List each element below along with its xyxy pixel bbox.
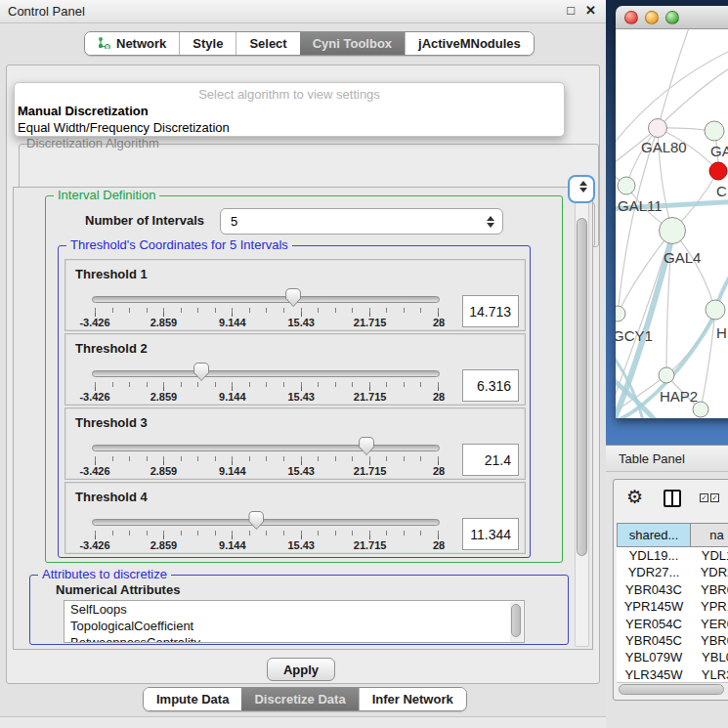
table-horizontal-scrollbar-thumb[interactable] <box>619 684 724 695</box>
split-columns-icon[interactable] <box>664 490 681 507</box>
attributes-group-title: Attributes to discretize <box>38 567 171 581</box>
threshold-value-field[interactable] <box>462 518 519 550</box>
number-of-intervals-combobox[interactable]: 5 <box>220 208 503 235</box>
slider[interactable] <box>95 363 439 384</box>
algorithm-combobox[interactable] <box>568 175 595 203</box>
slider-thumb[interactable] <box>359 437 374 455</box>
table-row[interactable]: YDL19... YDL1 <box>617 547 728 564</box>
network-icon <box>98 36 110 52</box>
bottom-tab-bar: Impute Data Discretize Data Infer Networ… <box>143 687 467 711</box>
number-of-intervals-label: Number of Intervals <box>85 213 204 228</box>
thresholds-group-title: Threshold's Coordinates for 5 Intervals <box>66 237 292 252</box>
table-row[interactable]: YBR043C YBR0 <box>617 581 728 598</box>
tab-impute-data-label: Impute Data <box>156 692 229 707</box>
node-label: GAL80 <box>641 139 687 155</box>
tab-style[interactable]: Style <box>179 32 236 55</box>
close-traffic-light-icon[interactable] <box>624 11 638 24</box>
panel-title: Control Panel <box>8 4 85 19</box>
threshold-value-field[interactable] <box>462 295 519 327</box>
minimize-traffic-light-icon[interactable] <box>645 11 659 24</box>
combo-spinner-icon <box>487 216 494 228</box>
tab-cyni-toolbox[interactable]: Cyni Toolbox <box>300 32 405 55</box>
node-label: GA <box>710 143 728 159</box>
table-row[interactable]: YLR345W YLR3 <box>617 666 728 682</box>
number-of-intervals-value: 5 <box>231 214 237 229</box>
thresholds-group: Threshold's Coordinates for 5 Intervals … <box>58 245 531 558</box>
network-view-window[interactable]: GAL80 GA C GAL11 GAL4 GCY1 H HAP2 <box>616 6 728 418</box>
interval-definition-group: Interval Definition Number of Intervals … <box>45 195 563 563</box>
tab-network[interactable]: Network <box>85 32 179 55</box>
tab-select[interactable]: Select <box>236 32 299 55</box>
settings-scroll-panel: Interval Definition Number of Intervals … <box>13 187 593 650</box>
threshold-label: Threshold 3 <box>75 415 148 430</box>
list-item[interactable]: SelfLoops <box>64 601 524 618</box>
list-item[interactable]: TopologicalCoefficient <box>64 618 524 634</box>
threshold-value-field[interactable] <box>462 369 519 402</box>
gear-icon[interactable]: ⚙ <box>626 488 643 507</box>
list-item[interactable]: BetweennessCentrality <box>64 634 524 643</box>
column-header[interactable]: na <box>691 523 728 547</box>
slider-thumb[interactable] <box>193 363 209 381</box>
close-icon[interactable]: ✕ <box>585 3 596 18</box>
list-scrollbar[interactable] <box>510 602 523 643</box>
threshold-value-field[interactable] <box>462 444 519 476</box>
slider-thumb[interactable] <box>285 288 301 307</box>
panel-scrollbar-thumb[interactable] <box>577 218 587 556</box>
numerical-attributes-label: Numerical Attributes <box>56 582 180 597</box>
slider-tick-labels: -3.426 2.859 9.144 15.43 21.715 28 <box>95 539 439 551</box>
checkbox-icon: ✓ <box>710 493 719 502</box>
tab-infer-network[interactable]: Infer Network <box>359 688 466 710</box>
tab-cyni-toolbox-label: Cyni Toolbox <box>313 36 392 51</box>
screen: Control Panel □ ✕ Network Styl <box>0 0 728 728</box>
node-label: C <box>716 183 727 199</box>
combo-arrows-icon <box>579 181 587 193</box>
tab-impute-data[interactable]: Impute Data <box>144 688 241 710</box>
node-hap2 <box>659 367 674 383</box>
node-table[interactable]: shared... na YDL19... YDL1 YDR27... YDR2… <box>617 523 728 682</box>
node-label: GCY1 <box>616 327 653 344</box>
slider[interactable] <box>95 288 439 310</box>
threshold-row: Threshold 2 -3.426 2.859 9.144 <box>64 333 526 406</box>
tab-jactivemnodules[interactable]: jActiveMNodules <box>405 32 534 55</box>
node-label: GAL11 <box>618 197 663 214</box>
table-toolbar: ⚙ ✓ ✓ <box>614 480 728 521</box>
threshold-row: Threshold 3 -3.426 2.859 9.144 <box>64 407 526 480</box>
table-panel-header: Table Panel <box>606 445 728 472</box>
node-gal4 <box>660 218 686 244</box>
attributes-group: Attributes to discretize Numerical Attri… <box>29 575 569 645</box>
table-row[interactable]: YER054C YER0 <box>617 616 728 632</box>
tab-style-label: Style <box>193 36 223 51</box>
node-label: GAL4 <box>664 249 701 266</box>
column-header[interactable]: shared... <box>617 523 691 547</box>
table-row[interactable]: YPR145W YPR1 <box>617 598 728 615</box>
control-panel: Control Panel □ ✕ Network Styl <box>0 0 606 728</box>
slider-thumb[interactable] <box>248 511 264 530</box>
dropdown-prompt: Select algorithm to view settings <box>15 87 564 102</box>
table-horizontal-scrollbar[interactable] <box>617 682 728 696</box>
network-window-titlebar[interactable] <box>616 6 728 29</box>
tab-discretize-data[interactable]: Discretize Data <box>241 688 358 710</box>
apply-button[interactable]: Apply <box>267 658 335 681</box>
float-window-icon[interactable]: □ <box>567 3 575 18</box>
node-label: H <box>716 324 727 341</box>
select-columns-icon[interactable]: ✓ ✓ <box>700 493 719 502</box>
slider[interactable] <box>95 511 439 533</box>
node-label: HAP2 <box>660 388 698 405</box>
zoom-traffic-light-icon[interactable] <box>665 11 679 24</box>
dropdown-item-equal-width-frequency[interactable]: Equal Width/Frequency Discretization <box>18 120 230 135</box>
network-canvas[interactable]: GAL80 GA C GAL11 GAL4 GCY1 H HAP2 <box>616 29 728 418</box>
dropdown-item-manual-discretization[interactable]: Manual Discretization <box>18 104 149 118</box>
threshold-row: Threshold 4 -3.426 2.859 9.144 <box>64 482 526 554</box>
table-header-row: shared... na <box>617 523 728 547</box>
list-scrollbar-thumb[interactable] <box>511 604 521 637</box>
numerical-attributes-list[interactable]: SelfLoops TopologicalCoefficient Between… <box>64 600 525 643</box>
slider[interactable] <box>95 437 439 458</box>
table-row[interactable]: YDR27... YDR2 <box>617 564 728 580</box>
threshold-label: Threshold 1 <box>75 267 148 281</box>
slider-tick-labels: -3.426 2.859 9.144 15.43 21.715 28 <box>95 317 439 328</box>
table-row[interactable]: YBL079W YBL0 <box>617 649 728 665</box>
tab-network-label: Network <box>116 36 166 51</box>
table-row[interactable]: YBR045C YBR0 <box>617 632 728 649</box>
panel-scrollbar[interactable] <box>575 190 589 647</box>
node-gal80 <box>649 119 667 138</box>
